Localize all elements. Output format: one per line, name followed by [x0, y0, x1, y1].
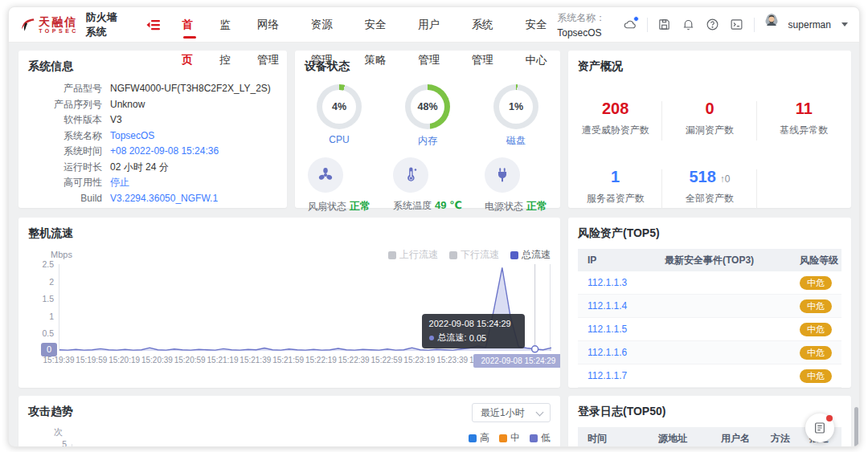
- cloud-icon[interactable]: [623, 18, 637, 31]
- panel-title: 登录日志(TOP50): [568, 396, 851, 419]
- gauge-label: CPU: [317, 134, 362, 145]
- column-header: 风险等级: [790, 254, 841, 267]
- info-value[interactable]: 停止: [110, 175, 129, 191]
- nav-item-security-policy[interactable]: 安全策略: [364, 7, 396, 43]
- y-axis-tick: 5: [54, 439, 67, 447]
- risk-level-badge: 中危: [800, 346, 832, 360]
- table-row: 112.1.1.4中危: [578, 295, 841, 318]
- y-axis-tick: 0.5: [25, 328, 54, 338]
- info-value[interactable]: +08 2022-09-08 15:24:36: [110, 144, 219, 160]
- topsec-logo-icon: [20, 15, 35, 35]
- ip-link[interactable]: 112.1.1.7: [578, 370, 655, 381]
- device-status-item: 电源状态正常: [485, 157, 547, 214]
- panel-title: 资产概况: [568, 51, 851, 74]
- ip-link[interactable]: 112.1.1.4: [578, 300, 655, 312]
- asset-stat: 1服务器资产数: [568, 165, 662, 214]
- legend-item[interactable]: 中: [499, 431, 520, 445]
- column-header: 方法: [761, 432, 800, 446]
- risk-level-badge: 中危: [800, 369, 832, 383]
- risk-level-badge: 中危: [800, 276, 832, 290]
- device-status-item: 系统温度49 ℃: [393, 157, 462, 214]
- notification-dot: [826, 415, 833, 421]
- legend-label: 下行流速: [461, 248, 499, 262]
- nav-item-user-mgmt[interactable]: 用户管理: [418, 7, 450, 43]
- time-range-select[interactable]: 最近1小时: [472, 403, 551, 422]
- nav-item-system-mgmt[interactable]: 系统管理: [472, 7, 504, 43]
- stat-value: 518↑0: [662, 168, 756, 186]
- info-value[interactable]: V3.2294.36050_NGFW.1: [110, 191, 218, 207]
- gauge-cpu: 4%CPU: [317, 84, 362, 148]
- status-value: 正常: [526, 200, 547, 212]
- status-text: 电源状态正常: [485, 199, 547, 214]
- risk-level-badge: 中危: [800, 323, 832, 336]
- user-avatar[interactable]: [765, 14, 778, 36]
- ip-link[interactable]: 112.1.1.5: [578, 324, 655, 335]
- gauge-磁盘: 1%磁盘: [493, 84, 538, 148]
- terminal-icon[interactable]: [730, 18, 743, 31]
- nav-item-resource-mgmt[interactable]: 资源管理: [311, 7, 343, 43]
- nav-item-home[interactable]: 首页: [182, 7, 198, 43]
- collapse-menu-icon[interactable]: [146, 19, 161, 31]
- legend-label: 中: [510, 431, 520, 445]
- info-value: Unknow: [110, 97, 145, 113]
- nav-item-network-mgmt[interactable]: 网络管理: [257, 7, 289, 43]
- bell-icon[interactable]: [682, 18, 695, 31]
- ip-link[interactable]: 112.1.1.3: [578, 277, 655, 288]
- column-header: 用户名: [711, 432, 761, 446]
- panel-asset-overview: 资产概况 208遭受威胁资产数0漏洞资产数11基线异常数 1服务器资产数518↑…: [568, 51, 851, 208]
- nav-item-monitor[interactable]: 监控: [219, 7, 235, 43]
- table-row: 112.1.1.3中危: [578, 271, 841, 295]
- gauge-value: 48%: [405, 84, 450, 129]
- asset-stat: 11基线异常数: [757, 96, 851, 145]
- panel-attack-trend: 攻击趋势 最近1小时 高中低 次 5: [18, 396, 560, 447]
- username[interactable]: superman: [788, 19, 831, 31]
- status-value: 49 ℃: [435, 199, 462, 211]
- chart-legend: 高中低: [469, 431, 551, 445]
- cloud-badge: [633, 16, 639, 22]
- stat-delta: ↑0: [720, 173, 731, 185]
- info-value: 02 小时 24 分: [110, 160, 169, 176]
- status-label: 风扇状态: [308, 201, 346, 212]
- info-value[interactable]: TopsecOS: [110, 128, 154, 145]
- system-name: 系统名称： TopsecOS: [557, 10, 612, 39]
- legend-item[interactable]: 总流速: [510, 248, 551, 262]
- ip-link[interactable]: 112.1.1.6: [578, 347, 655, 358]
- chevron-down-icon[interactable]: [841, 22, 848, 26]
- table-row: 112.1.1.7中危: [578, 364, 841, 388]
- legend-item[interactable]: 上行流速: [388, 248, 438, 262]
- donut-gauge: 48%: [405, 84, 450, 129]
- info-value: V3: [110, 112, 122, 128]
- chart-tooltip: 2022-09-08 15:24:29 总流速: 0.05: [422, 314, 525, 348]
- stat-value: 0: [662, 100, 756, 118]
- y-axis-unit: 次: [54, 426, 63, 438]
- legend-label: 低: [541, 431, 551, 445]
- brand-name-cn: 天融信: [39, 16, 79, 27]
- legend-swatch: [388, 251, 396, 259]
- info-label: 产品序列号: [18, 97, 102, 113]
- risk-level-badge: 中危: [800, 299, 832, 313]
- y-axis-tick: 2: [25, 277, 54, 287]
- column-header: 时间: [578, 432, 649, 446]
- gauge-value: 4%: [317, 84, 362, 129]
- legend-item[interactable]: 下行流速: [449, 248, 499, 262]
- floating-log-button[interactable]: [805, 413, 834, 442]
- gauge-value: 1%: [493, 84, 538, 129]
- nav-item-security-center[interactable]: 安全中心: [526, 7, 558, 43]
- help-icon[interactable]: [706, 18, 719, 31]
- divider: [647, 18, 648, 32]
- info-row: 运行时长02 小时 24 分: [18, 160, 287, 176]
- legend-item[interactable]: 低: [530, 431, 551, 445]
- legend-label: 高: [480, 431, 489, 445]
- legend-item[interactable]: 高: [469, 431, 489, 445]
- dashboard-body: 系统信息 产品型号NGFW4000-UF(T3H8C2F2X_LY_2S)产品序…: [9, 43, 859, 446]
- save-icon[interactable]: [657, 18, 671, 31]
- legend-label: 总流速: [522, 248, 551, 262]
- info-row: 产品型号NGFW4000-UF(T3H8C2F2X_LY_2S): [18, 81, 287, 97]
- donut-gauge: 4%: [317, 84, 362, 129]
- info-label: Build: [18, 191, 102, 207]
- info-row: 高可用性停止: [18, 175, 287, 191]
- device-status-item: 风扇状态正常: [308, 157, 371, 214]
- stat-label: 遭受威胁资产数: [568, 124, 662, 137]
- scrollbar-thumb[interactable]: [854, 407, 858, 447]
- gauge-label: 磁盘: [493, 134, 538, 148]
